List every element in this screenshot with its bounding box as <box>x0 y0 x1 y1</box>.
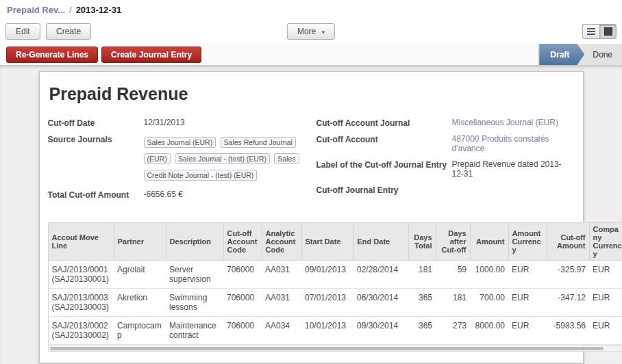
cutoff-account-journal-link[interactable]: Miscellaneous Journal (EUR) <box>452 118 563 128</box>
column-header[interactable]: Company Currency <box>589 223 622 261</box>
table-cell: EUR <box>589 317 622 345</box>
journal-tag[interactable]: Sales Journal (EUR) <box>144 137 216 148</box>
form-view-icon <box>604 27 612 36</box>
table-body: SAJ/2013/0001 (SAJ20130001)AgrolaitServe… <box>48 261 622 345</box>
more-button[interactable]: More ▾ <box>287 23 335 40</box>
column-header[interactable]: Amount Currency <box>508 223 547 261</box>
column-header[interactable]: Description <box>166 223 223 261</box>
table-row[interactable]: SAJ/2013/0001 (SAJ20130001)AgrolaitServe… <box>48 261 622 289</box>
table-cell: Maintenance contract <box>166 317 223 345</box>
column-header[interactable]: Amount <box>470 223 508 261</box>
column-header[interactable]: Start Date <box>301 223 353 261</box>
field-source-journals: Source Journals Sales Journal (EUR) Sale… <box>48 134 316 183</box>
column-header[interactable]: Partner <box>114 223 166 261</box>
list-view-icon <box>587 28 595 35</box>
table-cell: 706000 <box>223 317 262 345</box>
more-dropdown-wrap: More ▾ <box>287 23 335 40</box>
scrollbar-thumb[interactable] <box>50 347 604 350</box>
main-content: Prepaid Revenue Cut-off Date 12/31/2013 … <box>0 66 622 364</box>
table-cell: SAJ/2013/0001 (SAJ20130001) <box>48 261 114 289</box>
table-cell: Server supervision <box>166 261 223 289</box>
column-header[interactable]: Cut-off Amount <box>547 223 589 261</box>
edit-button[interactable]: Edit <box>5 23 40 40</box>
toolbar: Edit Create More ▾ <box>0 19 622 44</box>
table-cell: Agrolait <box>114 261 166 289</box>
table-cell: SAJ/2013/0003 (SAJ20130003) <box>48 289 114 317</box>
table-cell: EUR <box>508 289 547 317</box>
table-cell: AA034 <box>262 317 301 345</box>
horizontal-scrollbar[interactable] <box>48 346 622 352</box>
cutoff-lines-table-zone: Accout Move LinePartnerDescriptionCut-of… <box>48 222 583 352</box>
table-header-row: Accout Move LinePartnerDescriptionCut-of… <box>48 223 622 261</box>
table-cell: SAJ/2013/0002 (SAJ20130002) <box>48 317 114 345</box>
column-header[interactable]: Accout Move Line <box>48 223 114 261</box>
edit-create-group: Edit Create <box>5 23 91 40</box>
cutoff-lines-table: Accout Move LinePartnerDescriptionCut-of… <box>48 222 622 345</box>
table-cell: 181 <box>436 289 470 317</box>
journal-entry-label-value: Prepaid Revenue dated 2013-12-31 <box>452 159 563 179</box>
table-cell: 273 <box>436 317 470 345</box>
journal-entry-label-label: Label of the Cut-off Journal Entry <box>316 159 452 179</box>
breadcrumb-bar: Prepaid Rev... / 2013-12-31 <box>0 0 622 19</box>
table-cell: 09/30/2014 <box>353 317 408 345</box>
table-cell: 365 <box>408 317 436 345</box>
journal-tag[interactable]: Sales Journal - (test) (EUR) <box>175 153 270 164</box>
list-view-button[interactable] <box>582 24 599 39</box>
table-cell: 181 <box>408 261 436 289</box>
create-journal-entry-button[interactable]: Create Journal Entry <box>101 47 201 63</box>
statusbar: Draft Done <box>538 44 622 65</box>
table-cell: 10/01/2013 <box>301 317 353 345</box>
table-cell: 365 <box>408 289 436 317</box>
table-cell: EUR <box>508 317 547 345</box>
regenerate-lines-button[interactable]: Re-Generate Lines <box>6 47 98 63</box>
breadcrumb-separator: / <box>69 5 72 15</box>
column-header[interactable]: Analytic Account Code <box>262 223 301 261</box>
field-cutoff-journal-entry: Cut-off Journal Entry <box>316 185 583 195</box>
caret-down-icon: ▾ <box>322 29 325 36</box>
column-header[interactable]: Days Total <box>408 223 436 261</box>
more-button-label: More <box>297 27 316 36</box>
table-cell: Camptocamp <box>114 317 166 345</box>
cutoff-journal-entry-label: Cut-off Journal Entry <box>316 185 452 195</box>
create-button[interactable]: Create <box>46 23 91 40</box>
total-cutoff-amount-value: -6656.65 € <box>144 190 308 200</box>
fields-right-column: Cut-off Account Journal Miscellaneous Jo… <box>316 118 583 206</box>
breadcrumb-parent-link[interactable]: Prepaid Rev... <box>7 5 65 15</box>
table-cell: EUR <box>589 261 622 289</box>
field-cutoff-account: Cut-off Account 487000 Produits constaté… <box>316 134 583 153</box>
table-cell: -5983.56 <box>547 317 589 345</box>
table-cell: EUR <box>508 261 547 289</box>
fields-left-column: Cut-off Date 12/31/2013 Source Journals … <box>48 118 316 206</box>
form-sheet: Prepaid Revenue Cut-off Date 12/31/2013 … <box>39 71 584 363</box>
table-cell: 706000 <box>223 289 262 317</box>
breadcrumb-current: 2013-12-31 <box>76 5 122 15</box>
view-switcher <box>582 24 617 39</box>
table-row[interactable]: SAJ/2013/0002 (SAJ20130002)CamptocampMai… <box>48 317 622 345</box>
source-journals-tags: Sales Journal (EUR) Sales Refund Journal… <box>144 134 308 183</box>
column-header[interactable]: Cut-off Account Code <box>223 223 262 261</box>
total-cutoff-amount-label: Total Cut-off Amount <box>48 190 144 200</box>
table-cell: 1000.00 <box>470 261 508 289</box>
cutoff-date-label: Cut-off Date <box>48 118 144 128</box>
cutoff-date-value: 12/31/2013 <box>144 118 308 128</box>
column-header[interactable]: End Date <box>353 223 408 261</box>
field-journal-entry-label: Label of the Cut-off Journal Entry Prepa… <box>316 159 583 179</box>
cutoff-account-link[interactable]: 487000 Produits constatés d'avance <box>452 134 563 153</box>
table-cell: 700.00 <box>470 289 508 317</box>
table-row[interactable]: SAJ/2013/0003 (SAJ20130003)AkretionSwimm… <box>48 289 622 317</box>
column-header[interactable]: Days after Cut-off <box>436 223 470 261</box>
table-cell: AA031 <box>262 289 301 317</box>
field-total-cutoff-amount: Total Cut-off Amount -6656.65 € <box>48 190 316 200</box>
table-cell: Akretion <box>114 289 166 317</box>
field-cutoff-date: Cut-off Date 12/31/2013 <box>48 118 316 128</box>
table-cell: -325.97 <box>547 261 589 289</box>
table-cell: 02/28/2014 <box>353 261 408 289</box>
statusbar-state-done: Done <box>584 44 622 65</box>
table-cell: 706000 <box>223 261 262 289</box>
table-cell: 06/30/2014 <box>353 289 408 317</box>
source-journals-label: Source Journals <box>48 134 144 183</box>
form-view-button[interactable] <box>599 24 617 39</box>
table-cell: -347.12 <box>547 289 589 317</box>
table-cell: 8000.00 <box>470 317 508 345</box>
table-cell: 09/01/2013 <box>301 261 353 289</box>
